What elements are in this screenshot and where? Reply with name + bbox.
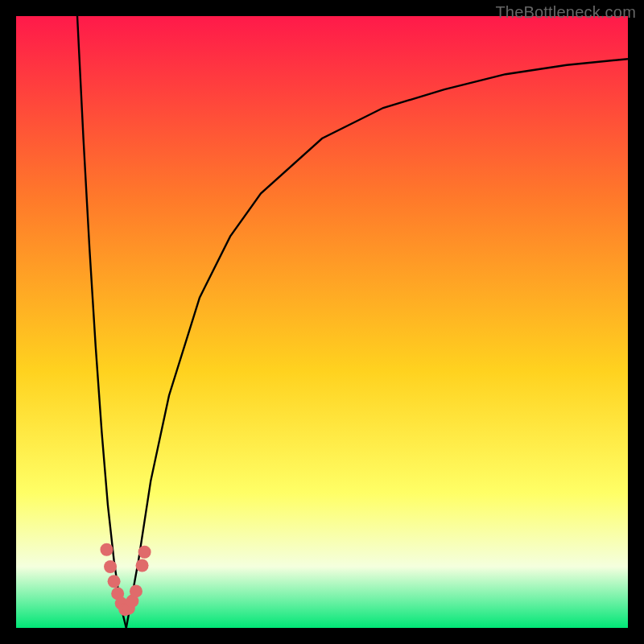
attribution-text: TheBottleneck.com — [495, 3, 636, 22]
bottom-marker-group — [100, 543, 151, 616]
chart-frame: TheBottleneck.com — [0, 0, 644, 644]
bottom-marker-dot — [104, 560, 117, 573]
plot-area — [16, 16, 628, 628]
bottom-marker-dot — [136, 559, 149, 572]
bottom-marker-dot — [100, 543, 113, 556]
bottom-marker-dot — [108, 575, 121, 588]
curve-left-branch — [77, 16, 126, 628]
curve-layer — [16, 16, 628, 628]
bottom-marker-dot — [130, 584, 142, 597]
curve-right-branch — [126, 59, 628, 628]
bottom-marker-dot — [138, 546, 151, 559]
